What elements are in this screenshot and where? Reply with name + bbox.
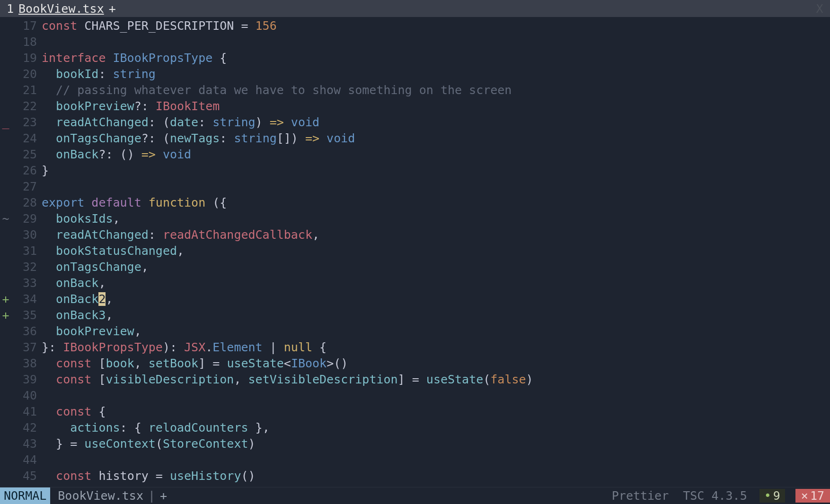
status-filename-text: BookView.tsx xyxy=(58,489,143,503)
status-tsc-version: TSC 4.3.5 xyxy=(681,489,749,503)
code-content: } xyxy=(42,164,49,177)
close-icon[interactable]: X xyxy=(812,2,827,16)
code-line[interactable]: 43 } = useContext(StoreContext) xyxy=(0,437,830,453)
line-number: 23 xyxy=(11,115,42,129)
gutter-sign xyxy=(0,389,11,402)
code-line[interactable]: 28export default function ({ xyxy=(0,196,830,212)
line-number: 27 xyxy=(11,180,42,193)
code-line[interactable]: 40 xyxy=(0,389,830,405)
code-line[interactable]: 22 bookPreview?: IBookItem xyxy=(0,99,830,115)
editor-window: 1 BookView.tsx + X 17const CHARS_PER_DES… xyxy=(0,0,830,504)
gutter-sign xyxy=(0,437,11,451)
line-number: 19 xyxy=(11,51,42,65)
gutter-sign xyxy=(0,228,11,242)
code-line[interactable]: 37}: IBookPropsType): JSX.Element | null… xyxy=(0,340,830,356)
line-number: 40 xyxy=(11,389,42,402)
code-line[interactable]: +34 onBack2, xyxy=(0,292,830,308)
code-content: bookStatusChanged, xyxy=(42,244,184,258)
line-number: 39 xyxy=(11,373,42,386)
code-content: const { xyxy=(42,405,106,418)
vim-mode-indicator: NORMAL xyxy=(0,487,50,504)
line-number: 21 xyxy=(11,83,42,97)
code-line[interactable]: 18 xyxy=(0,35,830,51)
status-modified-indicator: + xyxy=(160,489,167,503)
gutter-sign xyxy=(0,180,11,193)
code-content: booksIds, xyxy=(42,212,120,226)
code-content: readAtChanged: (date: string) => void xyxy=(42,115,319,129)
code-content: actions: { reloadCounters }, xyxy=(42,421,270,434)
code-content: } = useContext(StoreContext) xyxy=(42,437,256,451)
line-number: 42 xyxy=(11,421,42,434)
line-number: 17 xyxy=(11,19,42,33)
code-content: bookPreview, xyxy=(42,324,141,338)
code-line[interactable]: _23 readAtChanged: (date: string) => voi… xyxy=(0,115,830,131)
code-line[interactable]: 42 actions: { reloadCounters }, xyxy=(0,421,830,437)
code-content: onTagsChange?: (newTags: string[]) => vo… xyxy=(42,131,355,145)
code-line[interactable]: 36 bookPreview, xyxy=(0,324,830,340)
line-number: 37 xyxy=(11,340,42,354)
code-line[interactable]: 31 bookStatusChanged, xyxy=(0,244,830,260)
code-line[interactable]: 19interface IBookPropsType { xyxy=(0,51,830,67)
code-line[interactable]: 27 xyxy=(0,180,830,196)
code-line[interactable]: 17const CHARS_PER_DESCRIPTION = 156 xyxy=(0,19,830,35)
gutter-sign xyxy=(0,469,11,483)
gutter-sign xyxy=(0,67,11,81)
status-separator: | xyxy=(148,489,155,503)
gutter-sign xyxy=(0,276,11,290)
code-content: interface IBookPropsType { xyxy=(42,51,227,65)
code-line[interactable]: 26} xyxy=(0,164,830,180)
gutter-sign xyxy=(0,19,11,33)
code-line[interactable]: 24 onTagsChange?: (newTags: string[]) =>… xyxy=(0,131,830,148)
gutter-sign xyxy=(0,244,11,258)
gutter-sign xyxy=(0,260,11,274)
code-line[interactable]: 32 onTagsChange, xyxy=(0,260,830,276)
status-bar: NORMAL BookView.tsx | + Prettier TSC 4.3… xyxy=(0,487,830,504)
code-content: bookId: string xyxy=(42,67,156,81)
tab-modified-indicator: + xyxy=(109,2,116,16)
code-content: onBack2, xyxy=(42,292,113,306)
code-line[interactable]: 33 onBack, xyxy=(0,276,830,292)
code-content: }: IBookPropsType): JSX.Element | null { xyxy=(42,340,327,354)
line-number: 45 xyxy=(11,469,42,483)
status-errors[interactable]: ×17 xyxy=(795,489,830,503)
gutter-sign: _ xyxy=(0,115,11,129)
code-content: const [book, setBook] = useState<IBook>(… xyxy=(42,356,348,370)
line-number: 36 xyxy=(11,324,42,338)
gutter-sign xyxy=(0,324,11,338)
code-line[interactable]: ~29 booksIds, xyxy=(0,212,830,228)
line-number: 43 xyxy=(11,437,42,451)
status-warnings[interactable]: •9 xyxy=(759,489,785,503)
gutter-sign xyxy=(0,405,11,418)
code-line[interactable]: 25 onBack?: () => void xyxy=(0,148,830,164)
code-content: onTagsChange, xyxy=(42,260,149,274)
gutter-sign: ~ xyxy=(0,212,11,226)
code-line[interactable]: 44 xyxy=(0,453,830,469)
line-number: 41 xyxy=(11,405,42,418)
code-line[interactable]: 45 const history = useHistory() xyxy=(0,469,830,485)
warning-dot-icon: • xyxy=(764,489,771,503)
status-right: Prettier TSC 4.3.5 •9 ×17 xyxy=(610,487,830,504)
code-line[interactable]: 20 bookId: string xyxy=(0,67,830,83)
error-count: 17 xyxy=(810,489,824,503)
gutter-sign xyxy=(0,164,11,177)
line-number: 33 xyxy=(11,276,42,290)
tab-filename: BookView.tsx xyxy=(18,2,104,16)
code-line[interactable]: 38 const [book, setBook] = useState<IBoo… xyxy=(0,356,830,373)
gutter-sign xyxy=(0,421,11,434)
line-number: 29 xyxy=(11,212,42,226)
line-number: 32 xyxy=(11,260,42,274)
gutter-sign xyxy=(0,453,11,467)
editor-area[interactable]: 17const CHARS_PER_DESCRIPTION = 156 18 1… xyxy=(0,17,830,487)
gutter-sign: + xyxy=(0,308,11,322)
code-line[interactable]: 21 // passing whatever data we have to s… xyxy=(0,83,830,99)
code-line[interactable]: 30 readAtChanged: readAtChangedCallback, xyxy=(0,228,830,244)
error-x-icon: × xyxy=(801,489,808,503)
line-number: 26 xyxy=(11,164,42,177)
line-number: 25 xyxy=(11,148,42,161)
code-line[interactable]: 41 const { xyxy=(0,405,830,421)
code-line[interactable]: +35 onBack3, xyxy=(0,308,830,324)
gutter-sign xyxy=(0,196,11,209)
code-line[interactable]: 39 const [visibleDescription, setVisible… xyxy=(0,373,830,389)
code-content: readAtChanged: readAtChangedCallback, xyxy=(42,228,319,242)
tab-bookview[interactable]: 1 BookView.tsx + xyxy=(3,0,120,17)
